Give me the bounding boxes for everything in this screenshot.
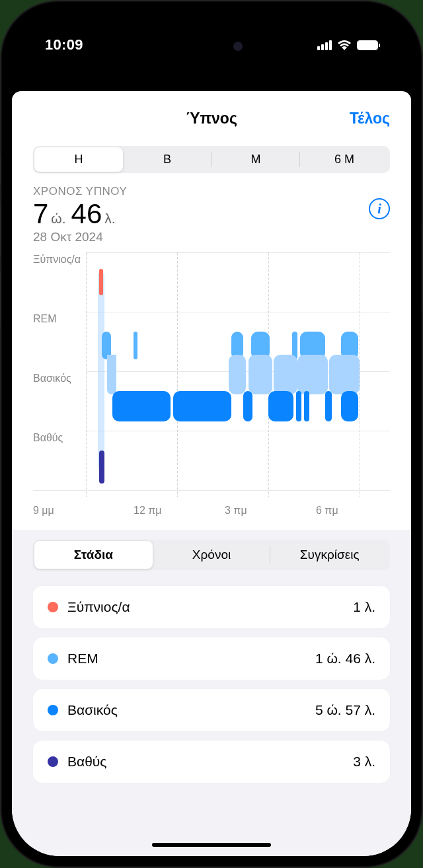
detail-tabs[interactable]: Στάδια Χρόνοι Συγκρίσεις [33,540,390,570]
summary-date: 28 Οκτ 2024 [33,230,390,244]
range-6month[interactable]: 6 M [300,147,389,172]
tab-comparisons[interactable]: Συγκρίσεις [270,541,389,569]
range-month[interactable]: M [212,147,300,172]
stage-row-rem[interactable]: REM 1 ώ. 46 λ. [33,637,390,680]
dynamic-island [155,33,268,59]
phone-frame: 10:09 Ύπνος Τέλος Η B M [0,0,423,868]
sleep-time-total: 7 ώ. 46 λ. [33,198,390,230]
sleep-hypnogram-chart[interactable]: Ξύπνιος/α REM Βασικός Βαθύς 9 μμ 12 πμ 3… [33,252,390,530]
dot-deep [48,756,58,767]
dot-core [48,705,58,715]
wifi-icon [337,40,352,50]
status-time: 10:09 [45,36,83,54]
range-week[interactable]: B [123,147,212,172]
tab-stages[interactable]: Στάδια [34,541,153,569]
stage-row-awake[interactable]: Ξύπνιος/α 1 λ. [33,586,390,628]
cellular-icon [317,40,332,50]
tab-times[interactable]: Χρόνοι [153,541,271,569]
battery-icon [357,40,378,50]
stage-row-core[interactable]: Βασικός 5 ώ. 57 λ. [33,689,390,731]
stage-list: Ξύπνιος/α 1 λ. REM 1 ώ. 46 λ. Βασικός 5 … [33,586,390,783]
done-button[interactable]: Τέλος [350,110,390,127]
home-indicator[interactable] [152,843,271,847]
range-selector[interactable]: Η B M 6 M [33,146,390,173]
dot-awake [48,602,58,612]
dot-rem [48,653,58,664]
range-day[interactable]: Η [34,147,123,172]
summary-label: ΧΡΟΝΟΣ ΥΠΝΟΥ [33,185,390,198]
info-button[interactable]: i [369,198,390,219]
stage-row-deep[interactable]: Βαθύς 3 λ. [33,741,390,783]
